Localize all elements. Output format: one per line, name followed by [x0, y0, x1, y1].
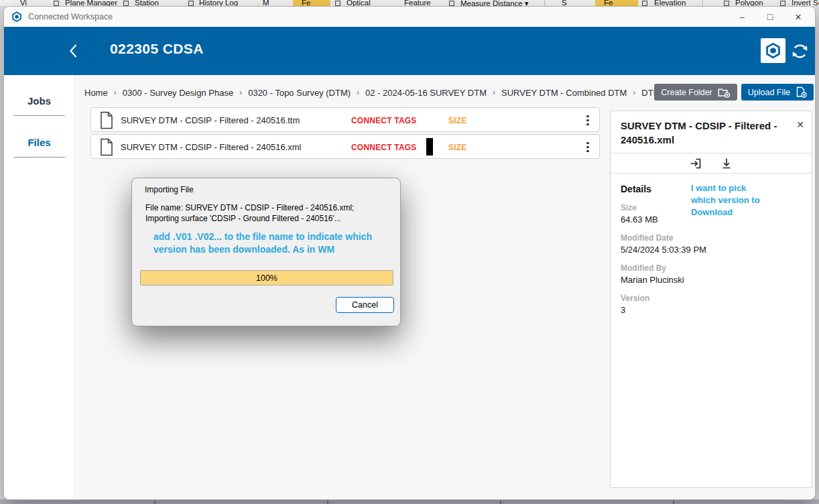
upload-file-icon — [796, 86, 807, 98]
sidebar: Jobs Files — [4, 75, 75, 499]
row-menu-button[interactable] — [582, 112, 594, 129]
breadcrumb-separator: › — [633, 88, 635, 97]
bg-toolbar-item[interactable]: Measure Distance ▾ — [460, 0, 529, 7]
detail-field-modified-date: Modified Date 5/24/2024 5:03:39 PM — [621, 233, 806, 255]
field-label: Modified Date — [621, 233, 806, 243]
breadcrumb: Home › 0300 - Survey Design Phase › 0320… — [84, 85, 718, 100]
dialog-title: Importing File — [145, 185, 194, 194]
bg-toolbar-item[interactable]: Vi — [20, 0, 27, 7]
create-folder-label: Create Folder — [661, 88, 712, 97]
dialog-annotation: add .V01 .V02... to the file name to ind… — [153, 231, 396, 256]
file-row[interactable]: SURVEY DTM - CDSIP - Filtered - 240516.t… — [90, 107, 600, 132]
field-value: 5/24/2024 5:03:39 PM — [621, 245, 806, 255]
project-title: 022305 CDSA — [110, 41, 204, 57]
bg-toolbar-item[interactable]: M — [263, 0, 269, 7]
file-list: SURVEY DTM - CDSIP - Filtered - 240516.t… — [90, 107, 600, 161]
importing-file-dialog: Importing File File name: SURVEY DTM - C… — [131, 178, 401, 326]
toolbar-separator — [544, 0, 545, 7]
toolbar-icon — [335, 1, 340, 6]
document-icon — [100, 138, 113, 156]
back-chevron-icon — [69, 44, 78, 58]
breadcrumb-item[interactable]: SURVEY DTM - Combined DTM — [501, 88, 627, 98]
sidebar-item-jobs[interactable]: Jobs — [4, 95, 74, 107]
trimble-connect-icon — [765, 42, 781, 59]
tick-mark — [327, 499, 328, 504]
bg-toolbar-item[interactable]: Polygon — [735, 0, 763, 7]
divider — [611, 173, 812, 174]
divider — [13, 115, 65, 116]
trimble-connect-button[interactable] — [761, 38, 785, 63]
check-in-icon — [689, 157, 702, 170]
background-app-toolbar: Vi Plane Manager Station History Log M F… — [0, 0, 819, 7]
sync-button[interactable] — [788, 40, 812, 62]
tick-mark — [673, 499, 674, 504]
toolbar-highlight — [595, 0, 638, 7]
connect-tags-label: CONNECT TAGS — [351, 116, 417, 125]
download-button[interactable] — [718, 155, 735, 172]
project-header: 022305 CDSA — [4, 27, 815, 75]
breadcrumb-separator: › — [114, 88, 117, 97]
breadcrumb-item[interactable]: 02 - 2024-05-16 SURVEY DTM — [365, 88, 487, 98]
bg-toolbar-item[interactable]: Feature — [404, 0, 431, 7]
bg-toolbar-item[interactable]: Plane Manager — [65, 0, 117, 7]
size-label: SIZE — [448, 143, 466, 152]
breadcrumb-separator: › — [239, 88, 242, 97]
breadcrumb-item[interactable]: 0300 - Survey Design Phase — [123, 88, 233, 98]
bg-toolbar-item[interactable]: Fe — [604, 0, 613, 7]
toolbar-icon — [642, 1, 647, 6]
divider — [13, 157, 65, 158]
sync-refresh-icon — [790, 41, 810, 62]
close-button[interactable]: ✕ — [784, 7, 812, 27]
toolbar-highlight — [293, 0, 330, 7]
window-title: Connected Workspace — [28, 12, 113, 21]
document-icon — [100, 111, 113, 129]
background-app-bottom-strip — [0, 499, 819, 504]
field-value: 3 — [621, 305, 806, 315]
app-logo-icon — [11, 11, 22, 22]
bg-toolbar-item[interactable]: Elevation — [654, 0, 686, 7]
bg-toolbar-item[interactable]: S — [562, 0, 567, 7]
sidebar-item-files[interactable]: Files — [4, 137, 74, 148]
connected-workspace-window: Connected Workspace – □ ✕ 022305 CDSA — [4, 7, 815, 499]
progress-label: 100% — [141, 271, 393, 285]
create-folder-button[interactable]: Create Folder — [654, 84, 737, 101]
create-folder-icon — [718, 87, 731, 98]
bg-toolbar-item[interactable]: Fe — [302, 0, 310, 7]
upload-file-button[interactable]: Upload File — [741, 84, 814, 101]
dialog-file-name-line: File name: SURVEY DTM - CDSIP - Filtered… — [145, 203, 354, 212]
size-label: SIZE — [448, 116, 466, 125]
tick-mark — [154, 499, 155, 504]
window-titlebar: Connected Workspace – □ ✕ — [4, 7, 815, 27]
pick-version-link[interactable]: I want to pick which version to Download — [691, 182, 769, 218]
file-name: SURVEY DTM - CDSIP - Filtered - 240516.t… — [121, 115, 300, 125]
toolbar-icon — [123, 1, 129, 6]
pencil-icon — [449, 1, 454, 6]
toolbar-separator — [702, 0, 703, 7]
file-row[interactable]: SURVEY DTM - CDSIP - Filtered - 240516.x… — [90, 134, 600, 159]
detail-field-modified-by: Modified By Marian Plucinski — [621, 263, 806, 285]
bg-toolbar-item[interactable]: Invert Se — [792, 0, 819, 7]
bg-toolbar-item[interactable]: Station — [135, 0, 159, 7]
maximize-button[interactable]: □ — [756, 7, 784, 27]
check-in-button[interactable] — [688, 155, 704, 172]
panel-close-button[interactable]: ✕ — [796, 119, 804, 130]
toolbar-icon — [54, 1, 59, 6]
breadcrumb-item[interactable]: 0320 - Topo Survey (DTM) — [248, 88, 351, 98]
panel-file-title: SURVEY DTM - CDSIP - Filtered - 240516.x… — [621, 119, 790, 147]
detail-field-version: Version 3 — [621, 294, 806, 315]
breadcrumb-separator: › — [493, 88, 495, 97]
breadcrumb-item-home[interactable]: Home — [84, 88, 108, 98]
minimize-button[interactable]: – — [728, 7, 756, 27]
toolbar-icon — [724, 1, 729, 6]
field-label: Version — [621, 294, 806, 303]
progress-bar: 100% — [140, 270, 393, 286]
back-button[interactable] — [64, 42, 82, 60]
bg-toolbar-item[interactable]: Optical — [346, 0, 371, 7]
row-menu-button[interactable] — [582, 139, 594, 155]
field-value: Marian Plucinski — [621, 275, 806, 285]
field-label: Modified By — [621, 263, 806, 273]
bg-toolbar-item[interactable]: History Log — [199, 0, 238, 7]
toolbar-icon — [188, 1, 194, 6]
cancel-button[interactable]: Cancel — [336, 297, 394, 313]
dialog-importing-line: Importing surface 'CDSIP - Ground Filter… — [145, 214, 341, 223]
